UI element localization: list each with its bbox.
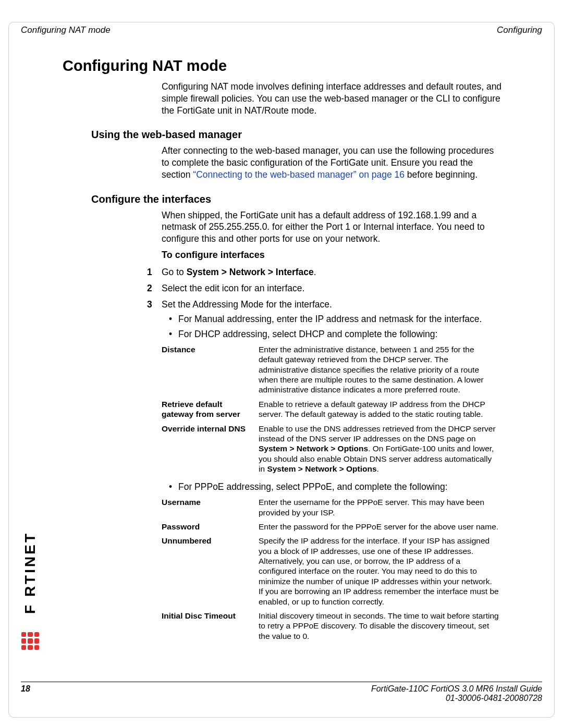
opt-label: Username (162, 496, 259, 521)
fortinet-icon (21, 632, 39, 650)
opt-label: Initial Disc Timeout (162, 610, 259, 644)
opt-label: Override internal DNS (162, 423, 259, 477)
procedure-steps: Go to System > Network > Interface. Sele… (162, 266, 503, 644)
page-title: Configuring NAT mode (63, 57, 503, 75)
procedure-heading: To configure interfaces (162, 249, 503, 261)
bullet-pppoe: For PPPoE addressing, select PPPoE, and … (169, 481, 503, 493)
opt-desc: Initial discovery timeout in seconds. Th… (259, 610, 503, 644)
opt-label: Distance (162, 343, 259, 398)
text-frag: If you are borrowing an IP address remem… (259, 586, 500, 607)
text-frag: . (377, 464, 379, 473)
running-header-right: Configuring (497, 25, 542, 35)
dhcp-options-table: Distance Enter the administrative distan… (162, 343, 503, 477)
footer-doc-title: FortiGate-110C FortiOS 3.0 MR6 Install G… (371, 684, 542, 694)
text-frag: Go to (162, 267, 187, 277)
page-footer: FortiGate-110C FortiOS 3.0 MR6 Install G… (21, 682, 542, 703)
text-frag: Set the Addressing Mode for the interfac… (162, 299, 332, 310)
web-manager-paragraph: After connecting to the web-based manage… (162, 145, 503, 180)
fortinet-logo: F RTINET (20, 525, 41, 650)
menu-path: System > Network > Interface (187, 267, 314, 277)
table-row: Retrieve default gateway from server Ena… (162, 398, 503, 423)
step-1: Go to System > Network > Interface. (162, 266, 503, 278)
bullet-manual: For Manual addressing, enter the IP addr… (169, 313, 503, 325)
step-3-sublist: For Manual addressing, enter the IP addr… (169, 313, 503, 340)
opt-label: Password (162, 521, 259, 535)
text-frag: Specify the IP address for the interface… (259, 536, 500, 586)
opt-desc: Enable to retrieve a default gateway IP … (259, 398, 503, 423)
table-row: Initial Disc Timeout Initial discovery t… (162, 610, 503, 644)
opt-desc: Enter the password for the PPPoE server … (259, 521, 503, 535)
footer-doc-number: 01-30006-0481-20080728 (371, 694, 542, 703)
text-frag: . (314, 267, 316, 277)
section-heading-web-manager: Using the web-based manager (91, 129, 503, 141)
step-3: Set the Addressing Mode for the interfac… (162, 299, 503, 644)
fortinet-wordmark: F RTINET (22, 532, 39, 614)
menu-path: System > Network > Options (267, 464, 376, 473)
xref-connecting-link[interactable]: “Connecting to the web-based manager” on… (193, 169, 405, 180)
step-3-sublist-2: For PPPoE addressing, select PPPoE, and … (169, 481, 503, 493)
opt-desc: Enter the administrative distance, betwe… (259, 343, 503, 398)
pppoe-options-table: Username Enter the username for the PPPo… (162, 496, 503, 644)
menu-path: System > Network > Options (259, 444, 368, 453)
table-row: Override internal DNS Enable to use the … (162, 423, 503, 477)
opt-label: Unnumbered (162, 535, 259, 610)
configure-interfaces-paragraph: When shipped, the FortiGate unit has a d… (162, 209, 503, 245)
bullet-dhcp: For DHCP addressing, select DHCP and com… (169, 328, 503, 340)
running-header-left: Configuring NAT mode (21, 25, 111, 35)
text-frag: before beginning. (405, 169, 478, 180)
opt-desc: Specify the IP address for the interface… (259, 535, 503, 610)
opt-desc: Enter the username for the PPPoE server.… (259, 496, 503, 521)
table-row: Unnumbered Specify the IP address for th… (162, 535, 503, 610)
intro-paragraph: Configuring NAT mode involves defining i… (162, 81, 503, 116)
table-row: Password Enter the password for the PPPo… (162, 521, 503, 535)
table-row: Username Enter the username for the PPPo… (162, 496, 503, 521)
page-content: Configuring NAT mode Configuring NAT mod… (63, 57, 503, 648)
opt-label: Retrieve default gateway from server (162, 398, 259, 423)
section-heading-configure-interfaces: Configure the interfaces (91, 193, 503, 205)
table-row: Distance Enter the administrative distan… (162, 343, 503, 398)
running-header: Configuring NAT mode Configuring (21, 25, 542, 35)
page-number: 18 (21, 684, 30, 693)
opt-desc: Enable to use the DNS addresses retrieve… (259, 423, 503, 477)
text-frag: Enable to use the DNS addresses retrieve… (259, 424, 496, 443)
step-2: Select the edit icon for an interface. (162, 282, 503, 294)
